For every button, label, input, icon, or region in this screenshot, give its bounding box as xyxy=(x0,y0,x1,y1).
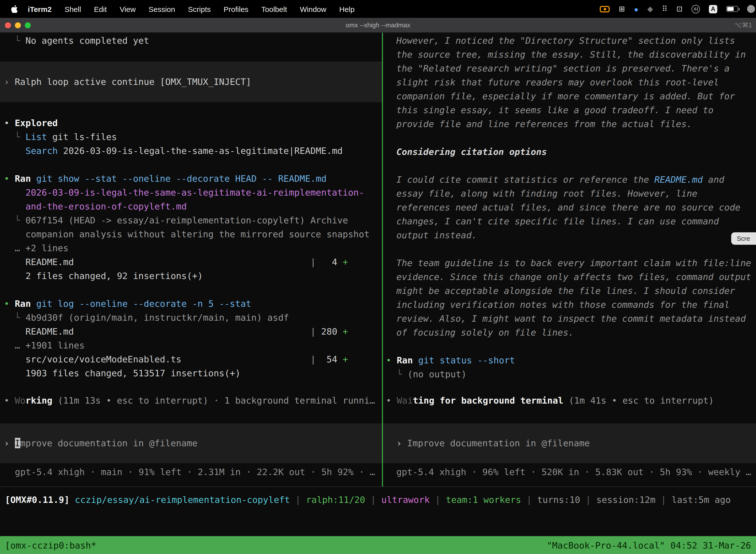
omx-status-text: [OMX#0.11.9] cczip/essay/ai-reimplementa… xyxy=(0,493,736,507)
terminal-line xyxy=(383,159,756,173)
menu-list: ShellEditViewSessionScriptsProfilesToolb… xyxy=(64,5,355,13)
scrollback: However, I noticed the "Directory Struct… xyxy=(383,34,756,381)
zoom-button[interactable] xyxy=(25,22,31,28)
terminal-line: • Ran git show --stat --oneline --decora… xyxy=(0,172,382,186)
terminal-line xyxy=(0,158,382,172)
menu-item-help[interactable]: Help xyxy=(339,5,355,13)
terminal-line: └ 4b9d30f (origin/main, instructkr/main,… xyxy=(0,311,382,325)
apple-menu-icon[interactable] xyxy=(11,5,18,13)
menu-item-session[interactable]: Session xyxy=(148,5,175,13)
minimize-button[interactable] xyxy=(15,22,21,28)
terminal-line: src/voice/voiceModeEnabled.ts | 54 + xyxy=(0,352,382,366)
apps-grid-icon[interactable]: ⠿ xyxy=(662,4,668,13)
terminal-line: • Explored xyxy=(0,116,382,130)
terminal-line: 1903 files changed, 513517 insertions(+) xyxy=(0,366,382,380)
window-grid-icon[interactable]: ⊞ xyxy=(619,4,625,13)
screen: iTerm2 ShellEditViewSessionScriptsProfil… xyxy=(0,0,756,554)
terminal-line xyxy=(383,340,756,353)
shield-icon[interactable]: ◆ xyxy=(647,4,653,13)
terminal-line xyxy=(383,131,756,145)
traffic-lights xyxy=(0,22,31,28)
menu-item-scripts[interactable]: Scripts xyxy=(188,5,211,13)
terminal-line: README.md | 4 + xyxy=(0,255,382,269)
inject-line: › Ralph loop active continue [OMX_TMUX_I… xyxy=(0,75,382,89)
terminal-line: └ 067f154 (HEAD -> essay/ai-reimplementa… xyxy=(0,214,382,227)
pane-bottom-right: • Waiting for background terminal (1m 41… xyxy=(383,394,756,487)
terminal-line: └ No agents completed yet xyxy=(0,34,382,48)
terminal-line: • Ran git log --oneline --decorate -n 5 … xyxy=(0,297,382,311)
omx-status-bar: [OMX#0.11.9] cczip/essay/ai-reimplementa… xyxy=(0,487,756,512)
battery-fill xyxy=(727,7,734,11)
menu-item-profiles[interactable]: Profiles xyxy=(224,5,249,13)
terminal-line xyxy=(0,102,382,116)
input-source-icon[interactable]: A xyxy=(709,5,717,13)
prompt-text: › Improve documentation in @filename xyxy=(0,436,382,450)
terminal-line: Search 2026-03-09-is-legal-the-same-as-l… xyxy=(0,144,382,158)
screen-share-overlay-button[interactable]: Scre xyxy=(732,232,756,245)
left-pane: └ No agents completed yet › Ralph loop a… xyxy=(0,33,382,487)
terminal-line xyxy=(0,48,382,62)
battery-icon[interactable] xyxy=(726,6,738,12)
window-titlebar: omx --xhigh --madmax ⌥⌘1 xyxy=(0,18,756,33)
menu-item-toolbelt[interactable]: Toolbelt xyxy=(261,5,287,13)
close-button[interactable] xyxy=(5,22,11,28)
terminal-line: 2 files changed, 92 insertions(+) xyxy=(0,269,382,283)
battery-gauge-icon[interactable]: .61 xyxy=(692,5,700,13)
tmux-host-clock: "MacBook-Pro-44.local" 04:52 31-Mar-26 xyxy=(547,540,751,550)
scrollback-top: └ No agents completed yet xyxy=(0,34,382,62)
terminal-line: The team guideline is to back every impo… xyxy=(383,256,756,340)
prompt-input-left[interactable]: › Improve documentation in @filename xyxy=(0,424,382,463)
terminal-line xyxy=(0,283,382,297)
scrollback: • Explored └ List git ls-files Search 20… xyxy=(0,102,382,380)
menubar-status-icons: ⊞ ● ◆ ⠿ ⊡ .61 A xyxy=(600,4,749,13)
window-title: omx --xhigh --madmax xyxy=(0,21,756,29)
tmux-status-bar: [omx-cczip0:bash* "MacBook-Pro-44.local"… xyxy=(0,536,756,554)
menu-item-shell[interactable]: Shell xyxy=(64,5,81,13)
menu-bar: iTerm2 ShellEditViewSessionScriptsProfil… xyxy=(0,0,756,18)
prompt-input-right[interactable]: › Improve documentation in @filename xyxy=(383,424,756,463)
terminal-line: 2026-03-09-is-legal-the-same-as-legitima… xyxy=(0,186,382,200)
menu-item-edit[interactable]: Edit xyxy=(94,5,107,13)
screen-recording-indicator[interactable] xyxy=(600,6,610,12)
menu-item-iterm2[interactable]: iTerm2 xyxy=(28,5,52,13)
menu-item-window[interactable]: Window xyxy=(300,5,326,13)
globe-icon[interactable]: ● xyxy=(634,5,638,13)
waiting-status-line: • Waiting for background terminal (1m 41… xyxy=(383,394,756,407)
prompt-text: › Improve documentation in @filename xyxy=(383,436,756,450)
pane-bottom-left: • Working (11m 13s • esc to interrupt) ·… xyxy=(0,394,382,487)
menu-item-view[interactable]: View xyxy=(120,5,136,13)
clipped-menubar-icon xyxy=(747,5,755,13)
inject-banner: › Ralph loop active continue [OMX_TMUX_I… xyxy=(0,62,382,102)
key-icon[interactable]: ⊡ xyxy=(676,4,683,13)
window-shortcut-badge: ⌥⌘1 xyxy=(735,21,756,29)
tmux-panes: └ No agents completed yet › Ralph loop a… xyxy=(0,33,756,487)
terminal-line: and-the-erosion-of-copyleft.md xyxy=(0,200,382,214)
terminal-line: └ List git ls-files xyxy=(0,130,382,144)
working-status-line: • Working (11m 13s • esc to interrupt) ·… xyxy=(0,394,382,407)
terminal-line: └ (no output) xyxy=(383,367,756,381)
terminal-line: I could cite commit statistics or refere… xyxy=(383,173,756,242)
right-pane: However, I noticed the "Directory Struct… xyxy=(383,33,756,487)
tmux-session-label: [omx-cczip0:bash* xyxy=(5,540,96,550)
terminal-line: companion analysis without altering the … xyxy=(0,227,382,241)
terminal-line: … +2 lines xyxy=(0,241,382,255)
terminal: └ No agents completed yet › Ralph loop a… xyxy=(0,33,756,554)
bottom-gap xyxy=(0,512,756,536)
terminal-line: • Ran git status --short xyxy=(383,353,756,367)
terminal-line: … +1901 lines xyxy=(0,339,382,352)
terminal-line xyxy=(383,242,756,256)
record-dot-icon xyxy=(604,8,606,10)
model-status-line-left: gpt-5.4 xhigh · main · 91% left · 2.31M … xyxy=(0,465,382,479)
terminal-line: README.md | 280 + xyxy=(0,325,382,339)
terminal-line: However, I noticed the "Directory Struct… xyxy=(383,34,756,131)
terminal-line: Considering citation options xyxy=(383,145,756,159)
model-status-line-right: gpt-5.4 xhigh · 96% left · 520K in · 5.8… xyxy=(383,465,756,479)
